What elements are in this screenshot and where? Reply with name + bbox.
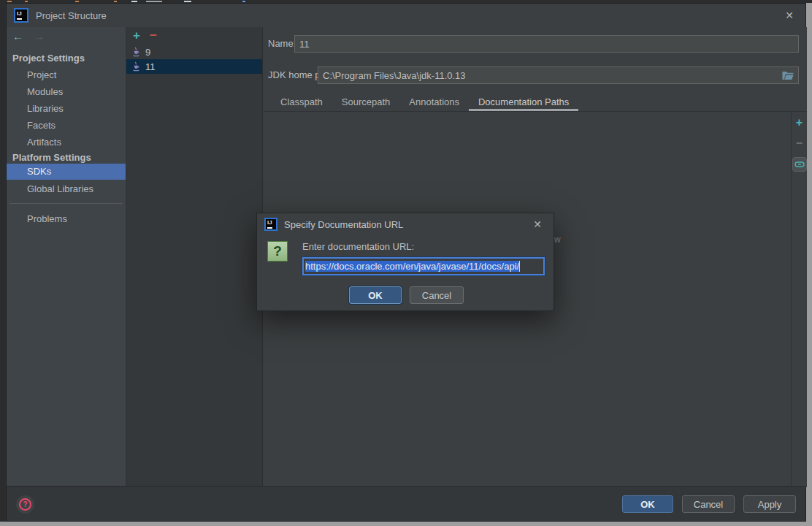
section-header-project-settings: Project Settings — [7, 50, 126, 66]
sdk-item-label: 9 — [145, 47, 150, 58]
documentation-url-prompt: Enter documentation URL: — [302, 241, 414, 252]
specify-url-button[interactable] — [792, 157, 807, 172]
jdk-home-path-input[interactable] — [318, 66, 799, 84]
tab-classpath[interactable]: Classpath — [271, 94, 332, 111]
intellij-logo-icon: IJ — [264, 218, 277, 231]
help-icon: ? — [19, 498, 31, 511]
back-arrow-icon[interactable]: ← — [12, 30, 23, 45]
tab-annotations[interactable]: Annotations — [399, 94, 469, 111]
selected-url-text: https://docs.oracle.com/en/java/javase/1… — [305, 261, 519, 272]
tab-sourcepath[interactable]: Sourcepath — [332, 94, 400, 111]
apply-button[interactable]: Apply — [743, 495, 796, 513]
sidebar-item-modules[interactable]: Modules — [7, 84, 126, 100]
chain-link-icon — [794, 161, 805, 168]
modal-cancel-button[interactable]: Cancel — [410, 286, 464, 304]
modal-titlebar: IJ Specify Documentation URL ✕ — [257, 213, 554, 235]
sidebar-item-sdks[interactable]: SDKs — [7, 164, 126, 180]
add-sdk-icon[interactable]: + — [133, 30, 140, 42]
specify-documentation-url-dialog: IJ Specify Documentation URL ✕ ? Enter d… — [256, 213, 554, 311]
modal-ok-button[interactable]: OK — [349, 286, 402, 304]
help-button[interactable]: ? — [16, 495, 34, 514]
sdk-list-toolbar: + − — [126, 27, 262, 45]
sdk-list-item-11[interactable]: 11 — [126, 59, 262, 74]
sdk-editor-tabs: Classpath Sourcepath Annotations Documen… — [271, 94, 578, 111]
settings-sidebar: ← → Project Settings Project Modules Lib… — [7, 27, 126, 487]
dialog-footer: ? OK Cancel Apply — [7, 486, 805, 521]
documentation-url-input[interactable]: https://docs.oracle.com/en/java/javase/1… — [302, 257, 545, 275]
text-caret — [519, 261, 520, 272]
background-ide-sliver-left — [0, 3, 6, 522]
tab-content-separator — [264, 111, 807, 112]
sidebar-divider — [9, 203, 123, 204]
sidebar-item-project[interactable]: Project — [7, 67, 126, 83]
modal-title: Specify Documentation URL — [284, 219, 403, 230]
intellij-logo-icon: IJ — [14, 8, 28, 23]
browse-folder-icon[interactable] — [781, 69, 795, 82]
forward-arrow-icon[interactable]: → — [34, 30, 45, 45]
sidebar-item-problems[interactable]: Problems — [7, 211, 126, 227]
sdk-item-label: 11 — [145, 61, 156, 72]
background-stray-text: w — [554, 235, 561, 245]
sidebar-item-artifacts[interactable]: Artifacts — [7, 134, 126, 150]
sdk-name-input[interactable] — [294, 35, 799, 53]
remove-sdk-icon[interactable]: − — [150, 31, 157, 41]
add-url-icon[interactable]: + — [796, 116, 803, 129]
java-cup-icon — [131, 47, 141, 58]
sidebar-item-global-libraries[interactable]: Global Libraries — [7, 181, 126, 197]
java-cup-icon — [131, 61, 141, 72]
name-label: Name: — [268, 35, 296, 53]
cancel-button[interactable]: Cancel — [682, 495, 735, 513]
screen: IJ Project Structure ✕ ← → Project Setti… — [0, 0, 812, 526]
dialog-title: Project Structure — [36, 10, 107, 21]
close-icon[interactable]: ✕ — [781, 8, 798, 23]
modal-close-icon[interactable]: ✕ — [529, 217, 546, 232]
sdk-list-panel: + − 9 11 — [126, 27, 263, 487]
ok-button[interactable]: OK — [622, 495, 673, 513]
documentation-paths-toolbar: + − — [791, 112, 807, 487]
question-icon: ? — [267, 241, 288, 262]
dialog-titlebar: IJ Project Structure ✕ — [7, 4, 805, 27]
tab-documentation-paths[interactable]: Documentation Paths — [469, 94, 578, 111]
remove-url-icon[interactable]: − — [796, 137, 803, 150]
sidebar-item-libraries[interactable]: Libraries — [7, 101, 126, 117]
sdk-list-item-9[interactable]: 9 — [126, 45, 262, 59]
sidebar-item-facets[interactable]: Facets — [7, 118, 126, 134]
